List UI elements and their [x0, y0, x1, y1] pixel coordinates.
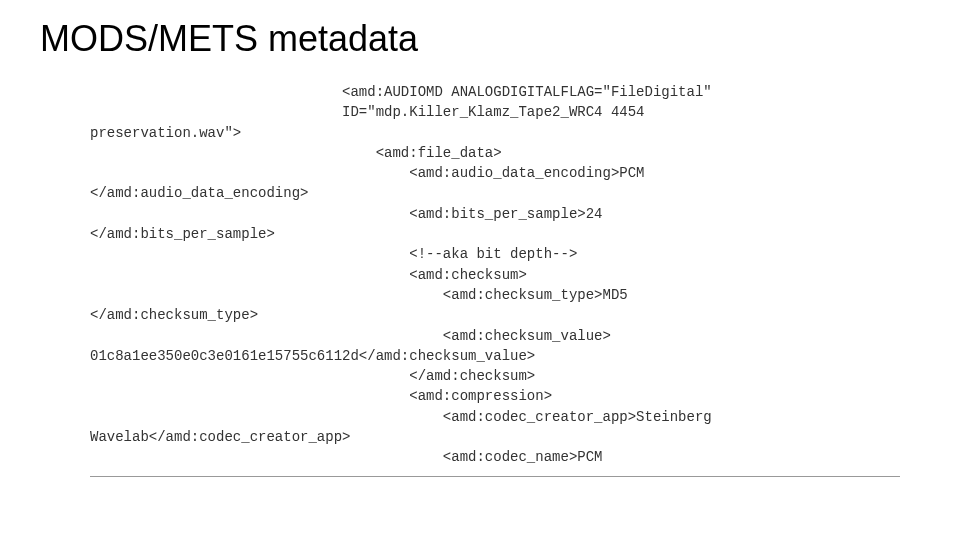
code-line: </amd:checksum>	[90, 366, 900, 386]
code-line: </amd:audio_data_encoding>	[90, 183, 900, 203]
code-line: <amd:audio_data_encoding>PCM	[90, 163, 900, 183]
code-line: <amd:checksum>	[90, 265, 900, 285]
code-line: <amd:checksum_value>	[90, 326, 900, 346]
code-line: <amd:codec_name>PCM	[90, 447, 900, 467]
code-line: 01c8a1ee350e0c3e0161e15755c6112d</amd:ch…	[90, 346, 900, 366]
code-line: <amd:compression>	[90, 386, 900, 406]
code-line: Wavelab</amd:codec_creator_app>	[90, 427, 900, 447]
code-line: <amd:file_data>	[90, 143, 900, 163]
code-line: </amd:checksum_type>	[90, 305, 900, 325]
xml-code-block: <amd:AUDIOMD ANALOGDIGITALFLAG="FileDigi…	[90, 82, 900, 477]
code-line: <amd:bits_per_sample>24	[90, 204, 900, 224]
code-line: <!--aka bit depth-->	[90, 244, 900, 264]
code-line: <amd:codec_creator_app>Steinberg	[90, 407, 900, 427]
code-line: </amd:bits_per_sample>	[90, 224, 900, 244]
code-line: <amd:checksum_type>MD5	[90, 285, 900, 305]
code-line: preservation.wav">	[90, 123, 900, 143]
code-line: ID="mdp.Killer_Klamz_Tape2_WRC4 4454	[90, 102, 900, 122]
code-line: <amd:AUDIOMD ANALOGDIGITALFLAG="FileDigi…	[90, 82, 900, 102]
page-title: MODS/METS metadata	[40, 18, 418, 60]
